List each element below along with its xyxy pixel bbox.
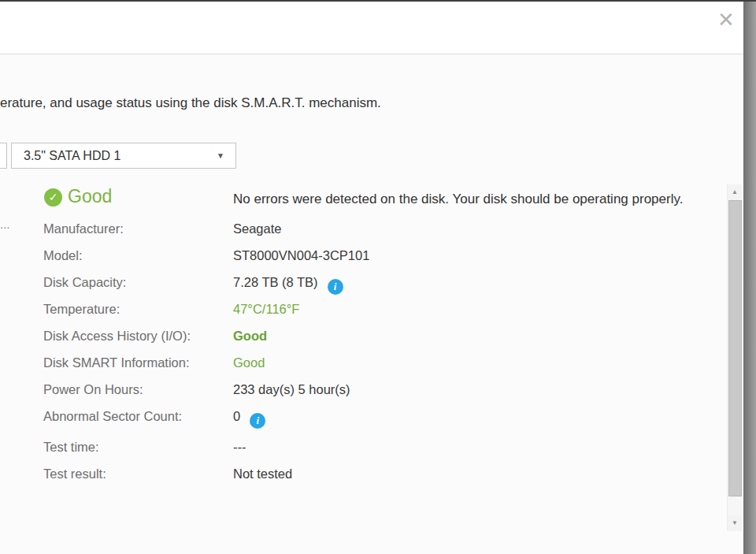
row-label: Manufacturer: bbox=[43, 215, 124, 242]
row-value: 0i bbox=[233, 403, 265, 429]
row-value: Seagate bbox=[233, 215, 281, 242]
row-disk-capacity: Disk Capacity: 7.28 TB (8 TB)i bbox=[0, 269, 709, 296]
row-test-result: Test result: Not tested bbox=[0, 460, 709, 487]
row-label: Disk SMART Information: bbox=[43, 349, 190, 376]
row-manufacturer: Manufacturer: Seagate bbox=[0, 215, 709, 242]
scroll-down-icon[interactable]: ▼ bbox=[728, 515, 742, 531]
smart-description-text: erature, and usage status using the disk… bbox=[0, 95, 709, 111]
row-disk-smart-information: Disk SMART Information: Good bbox=[0, 349, 709, 376]
row-temperature: Temperature: 47°C/116°F bbox=[0, 296, 709, 322]
row-label: Power On Hours: bbox=[43, 376, 143, 403]
row-label: Disk Capacity: bbox=[43, 269, 126, 296]
row-power-on-hours: Power On Hours: 233 day(s) 5 hour(s) bbox=[0, 376, 709, 403]
row-label: Temperature: bbox=[43, 296, 120, 322]
row-value: 233 day(s) 5 hour(s) bbox=[233, 376, 350, 403]
row-value: Not tested bbox=[233, 460, 292, 487]
row-value-text: 7.28 TB (8 TB) bbox=[233, 275, 318, 289]
row-value: --- bbox=[233, 433, 246, 460]
close-icon[interactable]: ✕ bbox=[713, 6, 739, 33]
info-icon[interactable]: i bbox=[250, 413, 265, 429]
row-value: 47°C/116°F bbox=[233, 296, 299, 322]
row-value: Good bbox=[233, 322, 267, 349]
row-value: Good bbox=[233, 349, 265, 376]
window-right-edge bbox=[743, 2, 756, 554]
row-label: Disk Access History (I/O): bbox=[43, 322, 191, 349]
offscreen-dropdown-fragment[interactable] bbox=[0, 143, 7, 169]
row-label: Model: bbox=[43, 242, 83, 269]
disk-selector-dropdown[interactable]: 3.5" SATA HDD 1 ▼ bbox=[11, 143, 236, 169]
row-value: ST8000VN004-3CP101 bbox=[233, 242, 369, 269]
row-label: Test time: bbox=[43, 433, 99, 460]
scrollbar-thumb[interactable] bbox=[728, 200, 742, 496]
row-abnormal-sector-count: Abnormal Sector Count: 0i bbox=[0, 403, 709, 429]
dialog-titlebar bbox=[0, 2, 743, 54]
row-disk-access-history: Disk Access History (I/O): Good bbox=[0, 322, 709, 349]
vertical-scrollbar[interactable]: ▲ ▼ bbox=[727, 184, 742, 531]
row-label: Abnormal Sector Count: bbox=[43, 403, 182, 429]
scroll-up-icon[interactable]: ▲ bbox=[728, 184, 742, 200]
health-status-label: Good bbox=[68, 186, 112, 207]
row-test-time: Test time: --- bbox=[0, 433, 709, 460]
info-icon[interactable]: i bbox=[328, 279, 343, 295]
health-check-icon: ✓ bbox=[44, 188, 62, 206]
row-value: 7.28 TB (8 TB)i bbox=[233, 269, 343, 296]
row-model: Model: ST8000VN004-3CP101 bbox=[0, 242, 709, 269]
smart-health-dialog: { "window": { "close_glyph": "✕" }, "des… bbox=[0, 0, 756, 554]
disk-selector-value: 3.5" SATA HDD 1 bbox=[24, 143, 120, 168]
health-status-message: No errors were detected on the disk. You… bbox=[233, 191, 683, 207]
row-label: Test result: bbox=[43, 460, 106, 487]
chevron-down-icon: ▼ bbox=[217, 143, 224, 168]
row-value-text: 0 bbox=[233, 409, 240, 423]
